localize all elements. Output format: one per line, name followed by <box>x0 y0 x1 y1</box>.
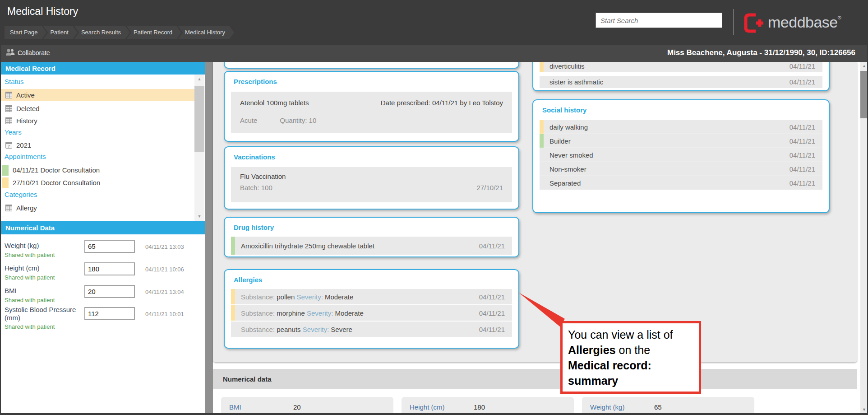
row-text: Builder <box>549 137 571 145</box>
substance-label: Substance: <box>241 309 275 317</box>
systolic-input[interactable] <box>84 307 135 320</box>
sidebar-item-year-2021[interactable]: 7 2021 <box>1 139 194 151</box>
social-row[interactable]: Separated 04/11/21 <box>540 176 822 190</box>
sidebar-section-appointments: Appointments <box>5 153 46 160</box>
status-bar-green <box>2 165 9 176</box>
status-bar-yellow <box>231 305 235 321</box>
callout-line: Allergies on the <box>568 342 693 358</box>
timestamp: 04/11/21 13:04 <box>145 289 184 295</box>
height-input[interactable] <box>84 262 135 275</box>
status-bar-yellow <box>540 120 544 134</box>
window-border-bottom <box>1 413 867 415</box>
drug-name: Atenolol 100mg tablets <box>240 99 309 107</box>
page-scrollbar-thumb[interactable] <box>860 71 868 118</box>
substance-value: morphine <box>277 309 305 317</box>
app-window: Medical History Start Page Patient Searc… <box>0 0 868 415</box>
history-row[interactable]: diverticulitis 04/11/21 <box>540 62 822 72</box>
timestamp: 04/11/21 13:03 <box>145 243 184 250</box>
patient-toolbar: Collaborate Miss Beachene, Augusta - 31/… <box>1 45 867 62</box>
card-title: Drug history <box>225 218 518 231</box>
sidebar-item-label: 27/10/21 Doctor Consultation <box>13 179 100 187</box>
row-text: sister is asthmatic <box>549 78 603 86</box>
scroll-down-icon[interactable]: ▼ <box>860 407 868 412</box>
sidebar-item-appointment-2[interactable]: 27/10/21 Doctor Consultation <box>1 177 194 189</box>
prescriptions-card: Prescriptions Atenolol 100mg tablets Dat… <box>224 71 519 142</box>
breadcrumb-medical-history[interactable]: Medical History <box>178 26 234 39</box>
severity-value: Moderate <box>325 293 353 301</box>
substance-value: pollen <box>277 293 295 301</box>
social-row[interactable]: daily walking 04/11/21 <box>540 120 822 134</box>
date: 04/11/21 <box>790 62 815 70</box>
substance-value: peanuts <box>277 326 300 333</box>
row-text: diverticulitis <box>549 62 585 70</box>
grid-icon <box>5 92 12 98</box>
weight-input[interactable] <box>84 240 135 253</box>
sidebar-item-deleted[interactable]: Deleted <box>1 103 194 115</box>
collaborate-button[interactable]: Collaborate <box>5 48 50 57</box>
row-text: Separated <box>549 179 581 187</box>
sidebar-item-allergy[interactable]: Allergy <box>1 202 194 214</box>
social-row[interactable]: Builder 04/11/21 <box>540 134 822 148</box>
prescription-row[interactable]: Atenolol 100mg tablets Date prescribed: … <box>231 92 512 133</box>
date: 04/11/21 <box>790 151 815 159</box>
scroll-up-icon[interactable]: ▲ <box>860 64 868 68</box>
vaccination-row[interactable]: Flu Vaccination Batch: 100 27/10/21 <box>231 167 512 202</box>
breadcrumb-patient-record[interactable]: Patient Record <box>126 26 181 39</box>
breadcrumb-patient[interactable]: Patient <box>43 26 77 39</box>
row-text: Never smoked <box>549 151 593 159</box>
sidebar-item-label: 2021 <box>16 141 31 149</box>
allergy-row[interactable]: Substance: pollen Severity: Moderate 04/… <box>231 289 512 304</box>
medical-record-header: Medical Record <box>1 62 205 75</box>
sidebar-section-years: Years <box>5 128 22 136</box>
card-title: Prescriptions <box>225 72 518 85</box>
row-text: Amoxicillin trihydrate 250mg chewable ta… <box>241 242 374 250</box>
vaccination-name: Flu Vaccination <box>240 173 503 180</box>
social-row[interactable]: Never smoked 04/11/21 <box>540 148 822 162</box>
sidebar-item-appointment-1[interactable]: 04/11/21 Doctor Consultation <box>1 164 194 176</box>
breadcrumb-search-results[interactable]: Search Results <box>74 26 130 39</box>
breadcrumb-start-page[interactable]: Start Page <box>5 26 46 39</box>
people-icon <box>5 48 15 57</box>
bmi-input[interactable] <box>84 285 135 298</box>
sidebar-item-label: 04/11/21 Doctor Consultation <box>13 166 100 174</box>
annotation-callout: You can view a list of Allergies on the … <box>560 321 701 394</box>
drug-history-row[interactable]: Amoxicillin trihydrate 250mg chewable ta… <box>231 237 512 255</box>
callout-bold-text: summary <box>568 374 618 387</box>
date: 04/11/21 <box>479 293 505 301</box>
allergy-row[interactable]: Substance: peanuts Severity: Severe 04/1… <box>231 322 512 337</box>
grid-icon <box>5 117 12 124</box>
numeric-label-height: Height (cm) <box>5 264 80 272</box>
numeric-label-systolic: Systolic Blood Pressure (mm) <box>5 306 80 322</box>
callout-line: summary <box>568 373 693 388</box>
header-divider <box>733 9 734 35</box>
summary-box-weight: Weight (kg) 65 <box>582 397 754 415</box>
grid-icon <box>5 205 12 211</box>
social-history-card: Social history daily walking 04/11/21 Bu… <box>532 99 830 213</box>
sidebar-item-active[interactable]: Active <box>1 89 194 101</box>
scroll-up-icon[interactable]: ▲ <box>194 77 204 81</box>
severity-value: Moderate <box>335 309 363 317</box>
brand-wordmark: meddbase <box>768 14 838 31</box>
sidebar-item-history[interactable]: History <box>1 115 194 127</box>
scroll-down-icon[interactable]: ▼ <box>194 214 204 219</box>
date: 04/11/21 <box>790 179 815 187</box>
history-row[interactable]: sister is asthmatic 04/11/21 <box>540 76 822 88</box>
numeric-label-weight: Weight (kg) <box>5 242 80 250</box>
breadcrumb: Start Page Patient Search Results Patien… <box>5 26 234 39</box>
sidebar-scrollbar-thumb[interactable] <box>194 86 204 152</box>
sidebar-scrollbar[interactable]: ▲ ▼ <box>194 75 204 221</box>
course-type: Acute <box>240 117 257 124</box>
shared-note: Shared with patient <box>5 297 55 303</box>
search-input[interactable] <box>596 13 722 28</box>
card-partial-top <box>224 62 519 69</box>
sidebar-item-label: Allergy <box>16 204 37 212</box>
sidebar-item-label: Deleted <box>16 105 40 112</box>
page-scrollbar[interactable]: ▲ ▼ <box>860 62 868 414</box>
callout-bold-text: Allergies <box>568 344 616 356</box>
sidebar-content-divider <box>205 62 213 415</box>
shared-note: Shared with patient <box>5 323 55 330</box>
social-row[interactable]: Non-smoker 04/11/21 <box>540 162 822 176</box>
summary-box-bmi: BMI 20 <box>221 397 393 415</box>
allergy-row[interactable]: Substance: morphine Severity: Moderate 0… <box>231 305 512 321</box>
calendar-icon: 7 <box>5 142 12 149</box>
